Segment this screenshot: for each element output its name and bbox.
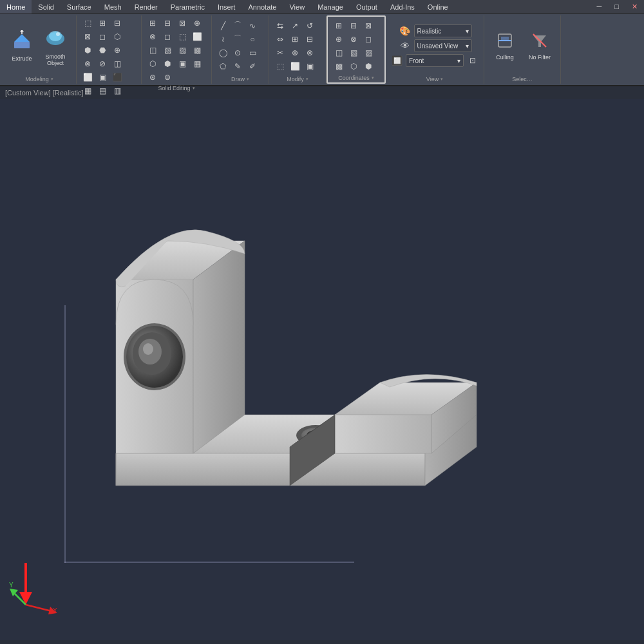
- menu-manage[interactable]: Manage: [311, 0, 350, 14]
- mesh-tool-3[interactable]: ⊟: [110, 17, 124, 30]
- coord-tool-11[interactable]: ⬡: [346, 60, 361, 73]
- menu-solid[interactable]: Solid: [32, 0, 60, 14]
- coordinates-expand-icon[interactable]: ▾: [372, 75, 374, 80]
- se-tool-10[interactable]: ▧: [160, 44, 175, 57]
- mesh-tool-5[interactable]: ◻: [95, 30, 109, 43]
- se-tool-12[interactable]: ▩: [190, 44, 204, 57]
- close-button[interactable]: ✕: [625, 1, 644, 12]
- mesh-tool-7[interactable]: ⬢: [80, 44, 95, 57]
- mesh-tool-9[interactable]: ⊕: [110, 44, 124, 57]
- coord-tool-9[interactable]: ▨: [361, 46, 375, 59]
- solid-editing-expand-icon[interactable]: ▾: [193, 86, 195, 91]
- menu-mesh[interactable]: Mesh: [98, 0, 128, 14]
- mesh-tool-14[interactable]: ▣: [95, 71, 109, 84]
- mesh-tool-15[interactable]: ⬛: [110, 71, 124, 84]
- menu-home[interactable]: Home: [0, 0, 32, 14]
- coord-tool-1[interactable]: ⊞: [332, 19, 346, 32]
- modify-tool-9[interactable]: ⊗: [303, 46, 317, 59]
- draw-tool-7[interactable]: ◯: [216, 46, 230, 59]
- maximize-button[interactable]: □: [608, 1, 625, 12]
- se-tool-2[interactable]: ⊟: [160, 17, 175, 30]
- coord-tool-8[interactable]: ▧: [346, 46, 361, 59]
- se-tool-1[interactable]: ⊞: [146, 17, 160, 30]
- menu-online[interactable]: Online: [421, 0, 455, 14]
- coord-tool-12[interactable]: ⬢: [361, 60, 375, 73]
- extrude-button[interactable]: Extrude: [6, 23, 37, 68]
- se-tool-4[interactable]: ⊕: [190, 17, 204, 30]
- mesh-tool-17[interactable]: ▤: [95, 84, 109, 97]
- view-expand-icon[interactable]: ▾: [440, 77, 443, 82]
- modify-tool-3[interactable]: ↺: [303, 19, 317, 32]
- coord-tool-4[interactable]: ⊕: [332, 33, 346, 46]
- modify-tool-2[interactable]: ↗: [288, 19, 302, 32]
- se-tool-7[interactable]: ⬚: [175, 30, 189, 43]
- minimize-button[interactable]: ─: [591, 1, 609, 12]
- coord-tool-7[interactable]: ◫: [332, 46, 346, 59]
- menu-insert[interactable]: Insert: [211, 0, 242, 14]
- se-tool-3[interactable]: ⊠: [175, 17, 189, 30]
- view-extra-btn[interactable]: ⊡: [466, 54, 480, 67]
- modify-tool-10[interactable]: ⬚: [273, 60, 287, 73]
- modify-tool-11[interactable]: ⬜: [288, 60, 302, 73]
- se-tool-16[interactable]: ▦: [190, 57, 204, 70]
- modify-expand-icon[interactable]: ▾: [306, 77, 308, 82]
- modify-tool-8[interactable]: ⊕: [288, 46, 302, 59]
- draw-tool-11[interactable]: ✎: [231, 60, 245, 73]
- draw-tool-4[interactable]: ≀: [216, 33, 230, 46]
- modify-tool-5[interactable]: ⊞: [288, 33, 302, 46]
- mesh-tool-13[interactable]: ⬜: [80, 71, 95, 84]
- menu-parametric[interactable]: Parametric: [164, 0, 211, 14]
- draw-tool-12[interactable]: ✐: [245, 60, 260, 73]
- modify-tool-1[interactable]: ⇆: [273, 19, 287, 32]
- menu-surface[interactable]: Surface: [61, 0, 98, 14]
- smooth-object-button[interactable]: SmoothObject: [39, 23, 72, 68]
- mesh-tool-4[interactable]: ⊠: [80, 30, 95, 43]
- view-direction-dropdown[interactable]: Front ▾: [406, 54, 464, 67]
- visual-style-dropdown[interactable]: Realistic ▾: [414, 24, 472, 37]
- mesh-tool-2[interactable]: ⊞: [95, 17, 109, 30]
- draw-tool-9[interactable]: ▭: [245, 46, 260, 59]
- draw-tool-8[interactable]: ⊙: [231, 46, 245, 59]
- se-tool-15[interactable]: ▣: [175, 57, 189, 70]
- se-tool-5[interactable]: ⊗: [146, 30, 160, 43]
- draw-tool-1[interactable]: ╱: [216, 19, 230, 32]
- se-tool-8[interactable]: ⬜: [190, 30, 204, 43]
- canvas-area[interactable]: Y X: [0, 99, 644, 640]
- menu-annotate[interactable]: Annotate: [242, 0, 283, 14]
- se-tool-17[interactable]: ⊛: [146, 71, 160, 84]
- draw-tool-5[interactable]: ⌒: [231, 33, 245, 46]
- view-preset-dropdown[interactable]: Unsaved View ▾: [414, 39, 472, 52]
- draw-expand-icon[interactable]: ▾: [247, 77, 249, 82]
- modify-tool-12[interactable]: ▣: [303, 60, 317, 73]
- mesh-tool-11[interactable]: ⊘: [95, 57, 109, 70]
- se-tool-6[interactable]: ◻: [160, 30, 175, 43]
- menu-view[interactable]: View: [283, 0, 311, 14]
- modeling-expand-icon[interactable]: ▾: [51, 77, 53, 82]
- mesh-tool-10[interactable]: ⊗: [80, 57, 95, 70]
- se-tool-9[interactable]: ◫: [146, 44, 160, 57]
- coord-tool-3[interactable]: ⊠: [361, 19, 375, 32]
- se-tool-11[interactable]: ▨: [175, 44, 189, 57]
- no-filter-button[interactable]: No Filter: [523, 23, 556, 68]
- mesh-tool-1[interactable]: ⬚: [80, 17, 95, 30]
- se-tool-18[interactable]: ⊜: [160, 71, 175, 84]
- menu-addins[interactable]: Add-Ins: [384, 0, 421, 14]
- modify-tool-4[interactable]: ⇔: [273, 33, 287, 46]
- modify-tool-7[interactable]: ✂: [273, 46, 287, 59]
- coord-tool-6[interactable]: ◻: [361, 33, 375, 46]
- se-tool-13[interactable]: ⬡: [146, 57, 160, 70]
- modify-tool-6[interactable]: ⊟: [303, 33, 317, 46]
- se-tool-14[interactable]: ⬢: [160, 57, 175, 70]
- menu-output[interactable]: Output: [350, 0, 384, 14]
- mesh-tool-8[interactable]: ⬣: [95, 44, 109, 57]
- coord-tool-2[interactable]: ⊟: [346, 19, 361, 32]
- mesh-tool-18[interactable]: ▥: [110, 84, 124, 97]
- mesh-tool-6[interactable]: ⬡: [110, 30, 124, 43]
- draw-tool-6[interactable]: ○: [245, 33, 260, 46]
- draw-tool-10[interactable]: ⬠: [216, 60, 230, 73]
- mesh-tool-12[interactable]: ◫: [110, 57, 124, 70]
- culling-button[interactable]: Culling: [488, 23, 522, 68]
- coord-tool-10[interactable]: ▩: [332, 60, 346, 73]
- draw-tool-2[interactable]: ⌒: [231, 19, 245, 32]
- menu-render[interactable]: Render: [128, 0, 164, 14]
